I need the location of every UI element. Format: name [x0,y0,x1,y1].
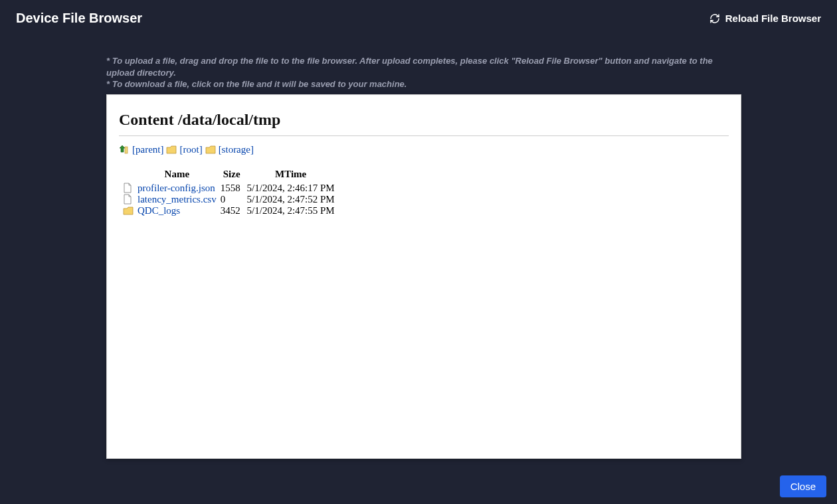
nav-storage-link[interactable]: [storage] [219,144,254,155]
close-button[interactable]: Close [780,475,826,497]
file-icon [120,183,135,194]
table-row: latency_metrics.csv 0 5/1/2024, 2:47:52 … [120,194,337,205]
file-browser-panel[interactable]: Content /data/local/tmp [parent] [root] [106,94,741,459]
file-mtime: 5/1/2024, 2:47:55 PM [244,205,337,216]
folder-name-link[interactable]: QDC_logs [135,205,219,216]
instruction-line-2: * To download a file, click on the file … [106,78,737,90]
col-mtime: MTime [244,167,337,183]
folder-icon [205,145,216,154]
instructions: * To upload a file, drag and drop the fi… [106,37,737,90]
file-name-link[interactable]: latency_metrics.csv [135,194,219,205]
instruction-line-1: * To upload a file, drag and drop the fi… [106,55,737,78]
nav-parent-link[interactable]: [parent] [132,144,163,155]
up-arrow-icon [119,145,130,154]
svg-marker-0 [120,145,125,152]
reload-file-browser-button[interactable]: Reload File Browser [709,13,821,24]
breadcrumb-nav: [parent] [root] [storage] [119,144,729,155]
reload-icon [709,13,720,24]
file-icon [120,194,135,205]
reload-label: Reload File Browser [725,13,821,24]
nav-root-link[interactable]: [root] [179,144,202,155]
svg-rect-1 [125,147,128,153]
file-size: 1558 [219,183,244,194]
col-name: Name [135,167,219,183]
file-table: Name Size MTime profiler-config.json 155… [120,167,337,216]
file-name-link[interactable]: profiler-config.json [135,183,219,194]
file-mtime: 5/1/2024, 2:47:52 PM [244,194,337,205]
page-title: Device File Browser [16,11,142,26]
file-mtime: 5/1/2024, 2:46:17 PM [244,183,337,194]
folder-icon [166,145,177,154]
table-row: profiler-config.json 1558 5/1/2024, 2:46… [120,183,337,194]
table-row: QDC_logs 3452 5/1/2024, 2:47:55 PM [120,205,337,216]
panel-heading: Content /data/local/tmp [119,111,729,129]
col-size: Size [219,167,244,183]
panel-divider [119,135,729,136]
folder-icon [120,205,135,216]
file-size: 0 [219,194,244,205]
file-size: 3452 [219,205,244,216]
header: Device File Browser Reload File Browser [0,0,837,37]
